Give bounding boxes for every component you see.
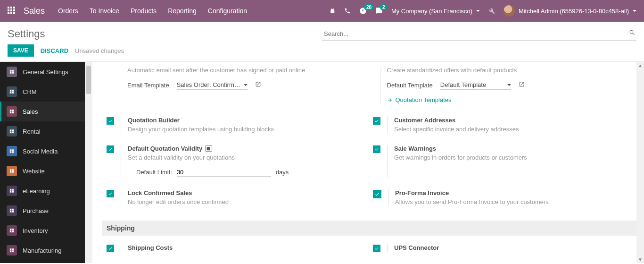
svg-rect-7 xyxy=(10,12,12,14)
checkbox-shipping-costs[interactable] xyxy=(107,245,114,252)
nav-configuration[interactable]: Configuration xyxy=(208,7,247,15)
settings-content: Automatic email sent after the customer … xyxy=(92,62,644,263)
module-icon xyxy=(7,146,17,156)
proforma-title: Pro-Forma Invoice xyxy=(395,189,635,196)
email-template-select[interactable]: Sales Order: Confirmatio xyxy=(177,80,248,90)
quotation-builder-desc: Design your quotation templates using bu… xyxy=(128,126,368,133)
calculator-icon: ▦ xyxy=(205,145,212,152)
template-hint: Create standardized offers with default … xyxy=(387,67,635,74)
module-icon xyxy=(7,67,17,77)
svg-rect-8 xyxy=(13,12,15,14)
default-template-value: Default Template xyxy=(440,81,504,88)
company-switcher[interactable]: My Company (San Francisco) xyxy=(391,8,480,15)
email-hint: Automatic email sent after the customer … xyxy=(127,67,375,74)
sidebar-item-label: General Settings xyxy=(23,68,68,76)
default-validity-title: Default Quotation Validity xyxy=(128,145,202,152)
checkbox-lock-confirmed[interactable] xyxy=(107,190,114,197)
shipping-costs-title: Shipping Costs xyxy=(128,244,368,251)
sidebar-item-website[interactable]: Website xyxy=(0,161,85,181)
module-icon xyxy=(7,126,17,136)
svg-rect-1 xyxy=(10,7,12,9)
sidebar-item-elearning[interactable]: eLearning xyxy=(0,181,85,201)
sidebar-item-label: eLearning xyxy=(23,187,50,195)
scroll-down-icon[interactable]: ▼ xyxy=(638,257,643,262)
checkbox-quotation-builder[interactable] xyxy=(107,117,114,125)
scroll-up-icon[interactable]: ▲ xyxy=(638,63,643,68)
avatar xyxy=(504,5,515,17)
section-shipping-header: Shipping xyxy=(102,221,639,236)
sidebar-item-rental[interactable]: Rental xyxy=(0,121,85,141)
user-menu[interactable]: Mitchell Admin (655926-13-0-80c458-all) xyxy=(504,5,636,17)
sidebar-item-label: CRM xyxy=(23,88,37,95)
apps-icon[interactable] xyxy=(8,7,15,16)
sidebar-item-sales[interactable]: Sales xyxy=(0,102,85,121)
default-limit-input[interactable] xyxy=(177,168,271,177)
sidebar-item-label: Sales xyxy=(23,108,38,115)
messages-badge: 2 xyxy=(380,4,388,10)
chevron-down-icon xyxy=(244,84,248,86)
quotation-templates-link[interactable]: Quotation Templates xyxy=(387,96,452,103)
sidebar-item-manufacturing[interactable]: Manufacturing xyxy=(0,240,85,260)
checkbox-customer-addresses[interactable] xyxy=(373,117,380,125)
svg-rect-4 xyxy=(10,9,12,11)
sale-warnings-desc: Get warnings in orders for products or c… xyxy=(394,154,635,161)
nav-products[interactable]: Products xyxy=(131,7,157,15)
sidebar-item-inventory[interactable]: Inventory xyxy=(0,221,85,240)
app-brand[interactable]: Sales xyxy=(24,6,45,16)
messages-icon[interactable]: 2 xyxy=(375,7,383,15)
sidebar-item-social-media[interactable]: Social Media xyxy=(0,141,85,161)
chevron-down-icon xyxy=(476,10,480,12)
nav-to-invoice[interactable]: To Invoice xyxy=(90,7,119,15)
sidebar-item-purchase[interactable]: Purchase xyxy=(0,201,85,221)
ups-connector-title: UPS Connector xyxy=(394,244,635,251)
lock-confirmed-title: Lock Confirmed Sales xyxy=(128,189,368,196)
external-link-icon[interactable] xyxy=(519,81,525,89)
default-limit-label: Default Limit: xyxy=(136,169,172,176)
customer-addresses-desc: Select specific invoice and delivery add… xyxy=(394,126,635,133)
sidebar-item-label: Rental xyxy=(23,128,41,135)
svg-rect-2 xyxy=(13,7,15,9)
phone-icon[interactable] xyxy=(344,8,351,14)
default-validity-desc: Set a default validity on your quotation… xyxy=(128,154,368,161)
sidebar-item-crm[interactable]: CRM xyxy=(0,82,85,102)
module-icon xyxy=(7,225,17,236)
search-input[interactable] xyxy=(322,27,636,41)
sidebar-scrollbar[interactable] xyxy=(85,62,92,263)
external-link-icon[interactable] xyxy=(255,81,261,89)
nav-orders[interactable]: Orders xyxy=(58,7,78,15)
tools-icon[interactable] xyxy=(488,8,495,14)
discard-button[interactable]: DISCARD xyxy=(41,47,68,54)
customer-addresses-title: Customer Addresses xyxy=(394,117,635,124)
default-template-label: Default Template xyxy=(387,82,433,89)
company-name: My Company (San Francisco) xyxy=(391,8,472,15)
sidebar-item-label: Inventory xyxy=(23,227,48,234)
sidebar-item-label: Purchase xyxy=(23,207,49,214)
checkbox-sale-warnings[interactable] xyxy=(373,145,380,153)
module-icon xyxy=(7,205,17,216)
search-icon[interactable] xyxy=(629,29,636,37)
activity-icon[interactable]: 20 xyxy=(359,7,367,15)
checkbox-ups-connector[interactable] xyxy=(373,245,380,252)
sidebar-item-label: Website xyxy=(23,168,45,175)
nav-reporting[interactable]: Reporting xyxy=(168,7,197,15)
sidebar-item-label: Manufacturing xyxy=(23,247,61,254)
chevron-down-icon xyxy=(633,10,636,12)
debug-icon[interactable] xyxy=(329,8,336,14)
svg-rect-0 xyxy=(8,7,9,9)
activity-badge: 20 xyxy=(364,4,374,10)
svg-rect-3 xyxy=(8,9,9,11)
content-scrollbar[interactable]: ▲ ▼ xyxy=(636,62,644,263)
sidebar-item-general-settings[interactable]: General Settings xyxy=(0,62,85,82)
proforma-desc: Allows you to send Pro-Forma Invoice to … xyxy=(395,198,635,205)
checkbox-default-validity[interactable] xyxy=(107,145,114,153)
lock-confirmed-desc: No longer edit orders once confirmed xyxy=(128,198,368,205)
svg-rect-6 xyxy=(8,12,9,14)
settings-sidebar: General SettingsCRMSalesRentalSocial Med… xyxy=(0,62,85,263)
quotation-builder-title: Quotation Builder xyxy=(128,117,368,124)
svg-rect-5 xyxy=(13,9,15,11)
save-button[interactable]: SAVE xyxy=(8,44,34,57)
module-icon xyxy=(7,186,17,196)
checkbox-proforma[interactable] xyxy=(373,190,381,198)
chevron-down-icon xyxy=(507,84,511,86)
default-template-select[interactable]: Default Template xyxy=(440,80,511,90)
